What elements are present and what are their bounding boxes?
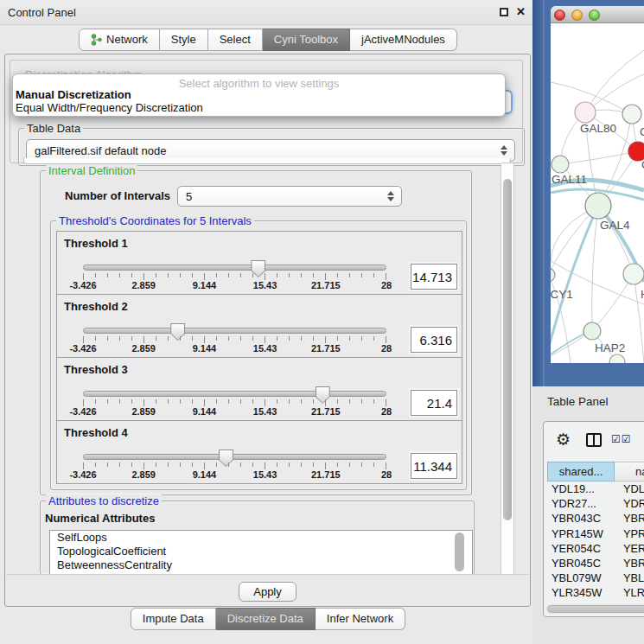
apply-bar: Apply xyxy=(6,574,529,606)
cell-shared-name[interactable]: YLR345W xyxy=(547,585,615,600)
scrollbar-thumb[interactable] xyxy=(503,179,512,520)
top-tab-bar: Network Style Select Cyni Toolbox jActiv… xyxy=(0,29,536,51)
thresholds-coordinates-group: Threshold's Coordinates for 5 Intervals … xyxy=(50,220,467,490)
threshold-slider[interactable] xyxy=(83,454,386,460)
attributes-list-scrollbar[interactable] xyxy=(455,532,464,571)
cell-shared-name[interactable]: YBL079W xyxy=(547,571,615,585)
table-row[interactable]: YPR145WYPR145W xyxy=(547,526,644,541)
threshold-row: Threshold 3-3.4262.8599.14415.4321.71528 xyxy=(56,357,462,421)
cell-name[interactable]: YBR045C xyxy=(615,556,644,571)
threshold-slider[interactable] xyxy=(83,328,386,334)
table-row[interactable]: YBR045CYBR045C xyxy=(547,556,644,571)
table-horizontal-scrollbar[interactable] xyxy=(546,604,644,614)
table-row[interactable]: YER054CYER054C xyxy=(547,541,644,556)
slider-ticks xyxy=(83,273,386,280)
table-row[interactable]: YDL19...YDL19 xyxy=(547,481,644,496)
cell-shared-name[interactable]: YBR043C xyxy=(547,511,615,526)
select-columns-icon[interactable]: ☑☑ xyxy=(611,433,632,445)
numerical-attributes-label: Numerical Attributes xyxy=(45,512,155,525)
dropdown-item-equal-width-frequency[interactable]: Equal Width/Frequency Discretization xyxy=(13,101,505,114)
scrollbar-thumb[interactable] xyxy=(547,605,644,613)
cell-name[interactable]: YLR345W xyxy=(615,585,644,600)
frame-highlight xyxy=(543,0,545,386)
table-row[interactable]: YBR043CYBR043C xyxy=(547,511,644,526)
threshold-value-field[interactable] xyxy=(411,327,457,353)
network-edge[interactable] xyxy=(592,206,598,331)
table-row[interactable]: YLR345WYLR345W xyxy=(547,585,644,600)
content-vertical-scrollbar[interactable] xyxy=(501,163,514,575)
tab-infer-network[interactable]: Infer Network xyxy=(316,608,405,630)
attributes-to-discretize-group: Attributes to discretize Numerical Attri… xyxy=(40,501,475,575)
tab-impute-data[interactable]: Impute Data xyxy=(131,608,216,630)
apply-button[interactable]: Apply xyxy=(239,582,296,602)
cell-shared-name[interactable]: YDL19... xyxy=(547,481,615,496)
network-node-GAL11[interactable] xyxy=(552,156,569,173)
column-header-shared-name[interactable]: shared... xyxy=(547,462,615,481)
attribute-list-item[interactable]: SelfLoops xyxy=(50,531,472,545)
network-canvas[interactable]: GAL80GACGAL11GAL4GCY1HHAP2 xyxy=(551,23,644,363)
threshold-value-field[interactable] xyxy=(411,453,457,479)
table-row[interactable]: YDR27...YDR27 xyxy=(547,496,644,511)
table-data-group-label: Table Data xyxy=(24,122,83,135)
cell-name[interactable]: YPR145W xyxy=(615,526,644,541)
tab-discretize-data[interactable]: Discretize Data xyxy=(216,608,316,630)
attribute-list-item[interactable]: BetweennessCentrality xyxy=(50,558,472,572)
interval-definition-group-label: Interval Definition xyxy=(46,164,137,177)
application-window: Control Panel ✕ Network Style Select Cyn… xyxy=(0,0,644,644)
gear-icon[interactable]: ⚙ xyxy=(556,430,571,450)
table-panel-toolbar: ⚙ ☑☑ xyxy=(544,422,644,460)
slider-tick-labels: -3.4262.8599.14415.4321.71528 xyxy=(83,469,386,480)
split-columns-icon[interactable] xyxy=(586,433,602,447)
tab-discretize-data-label: Discretize Data xyxy=(227,612,303,625)
network-node-H[interactable] xyxy=(623,264,644,284)
cell-name[interactable]: YBR043C xyxy=(615,511,644,526)
slider-ticks xyxy=(83,336,386,343)
network-edge[interactable] xyxy=(560,151,638,164)
network-edge[interactable] xyxy=(585,50,644,112)
tab-style[interactable]: Style xyxy=(160,29,208,51)
network-window-titlebar xyxy=(551,6,644,23)
tab-select-label: Select xyxy=(220,33,251,46)
column-header-name[interactable]: name xyxy=(615,462,644,481)
cell-name[interactable]: YDL19 xyxy=(615,481,644,496)
float-window-icon[interactable] xyxy=(500,8,508,16)
threshold-slider[interactable] xyxy=(83,391,386,397)
node-label: GAL80 xyxy=(580,122,616,135)
right-column: GAL80GACGAL11GAL4GCY1HHAP2 Table Panel ⚙… xyxy=(532,0,644,644)
control-panel-titlebar: Control Panel ✕ xyxy=(0,0,532,25)
threshold-value-field[interactable] xyxy=(411,264,457,290)
cell-name[interactable]: YBL079W xyxy=(615,571,644,585)
table-data-combobox-value: galFiltered.sif default node xyxy=(35,144,166,157)
network-node-bottom-node[interactable] xyxy=(609,354,625,363)
dropdown-item-manual-discretization[interactable]: Manual Discretization xyxy=(13,88,505,101)
network-node-GA[interactable] xyxy=(622,105,641,124)
tab-select[interactable]: Select xyxy=(208,29,263,51)
cell-shared-name[interactable]: YBR045C xyxy=(547,556,615,571)
cell-shared-name[interactable]: YPR145W xyxy=(547,526,615,541)
tab-jactivemnodules-label: jActiveMNodules xyxy=(361,33,445,46)
dropdown-placeholder-item[interactable]: Select algorithm to view settings xyxy=(13,74,505,88)
zoom-traffic-light-icon[interactable] xyxy=(589,10,600,21)
network-node-GAL80[interactable] xyxy=(575,102,596,123)
number-of-intervals-combobox[interactable]: 5 xyxy=(177,186,402,207)
network-node-GAL4[interactable] xyxy=(585,193,611,219)
cell-name[interactable]: YER054C xyxy=(615,541,644,556)
tab-cyni-toolbox[interactable]: Cyni Toolbox xyxy=(263,29,350,51)
threshold-row: Threshold 4-3.4262.8599.14415.4321.71528 xyxy=(56,420,462,484)
close-traffic-light-icon[interactable] xyxy=(554,10,565,21)
number-of-intervals-value: 5 xyxy=(186,190,192,203)
network-node-HAP2[interactable] xyxy=(583,322,601,340)
network-node-GCY1[interactable] xyxy=(551,268,555,282)
cell-name[interactable]: YDR27 xyxy=(615,496,644,511)
tab-jactivemnodules[interactable]: jActiveMNodules xyxy=(350,29,457,51)
cell-shared-name[interactable]: YDR27... xyxy=(547,496,615,511)
tab-network[interactable]: Network xyxy=(79,29,160,51)
node-label: GAL11 xyxy=(552,173,587,186)
minimize-traffic-light-icon[interactable] xyxy=(571,10,583,21)
threshold-value-field[interactable] xyxy=(411,390,457,416)
cell-shared-name[interactable]: YER054C xyxy=(547,541,615,556)
threshold-slider[interactable] xyxy=(83,265,386,271)
table-row[interactable]: YBL079WYBL079W xyxy=(547,571,644,585)
close-icon[interactable]: ✕ xyxy=(516,5,526,18)
attribute-list-item[interactable]: TopologicalCoefficient xyxy=(50,545,472,558)
